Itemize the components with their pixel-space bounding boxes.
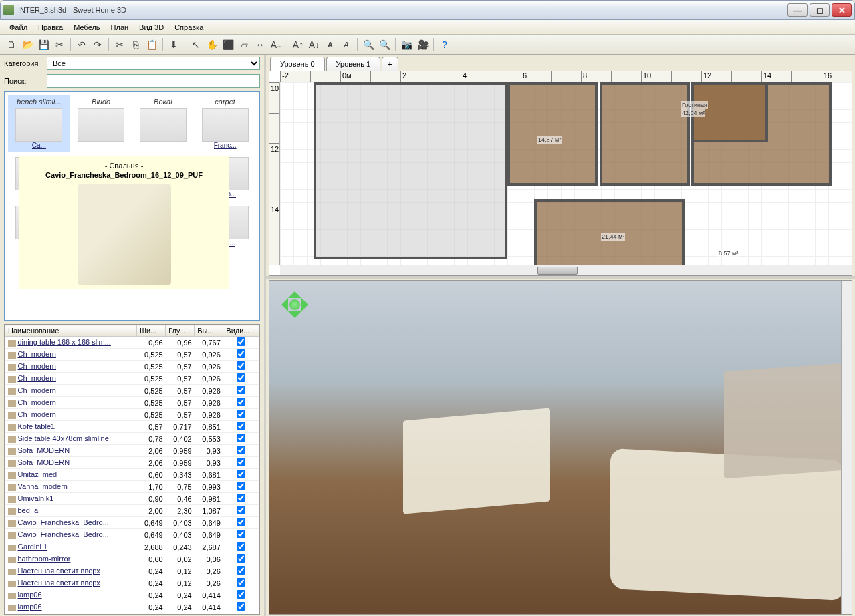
- open-icon[interactable]: 📂: [20, 37, 35, 52]
- text-smaller-icon[interactable]: A↓: [307, 37, 322, 52]
- table-row[interactable]: dining table 166 x 166 slim...0,960,960,…: [5, 337, 259, 349]
- table-row[interactable]: Cavio_Francheska_Bedro...0,6490,4030,649: [5, 517, 259, 529]
- table-row[interactable]: Ch_modern0,5250,570,926: [5, 409, 259, 421]
- col-header[interactable]: Ши...: [137, 325, 166, 337]
- visible-checkbox[interactable]: [237, 506, 245, 514]
- table-row[interactable]: Umivalnik10,900,460,981: [5, 493, 259, 505]
- nav-left-icon[interactable]: [275, 298, 288, 311]
- add-furniture-icon[interactable]: ⬇: [166, 37, 181, 52]
- undo-icon[interactable]: ↶: [74, 37, 89, 52]
- col-header[interactable]: Глу...: [166, 325, 195, 337]
- table-row[interactable]: bed_a2,002,301,087: [5, 505, 259, 517]
- visible-checkbox[interactable]: [237, 398, 245, 406]
- redo-icon[interactable]: ↷: [90, 37, 105, 52]
- help-icon[interactable]: ?: [437, 37, 452, 52]
- plan-hscrollbar[interactable]: [280, 265, 852, 275]
- visible-checkbox[interactable]: [237, 361, 245, 370]
- table-row[interactable]: Vanna_modern1,700,750,993: [5, 481, 259, 493]
- menu-Вид 3D[interactable]: Вид 3D: [134, 21, 169, 33]
- menu-Мебель[interactable]: Мебель: [68, 21, 105, 33]
- paste-icon[interactable]: 📋: [144, 37, 159, 52]
- table-row[interactable]: Cavio_Francheska_Bedro...0,6490,4030,649: [5, 529, 259, 541]
- visible-checkbox[interactable]: [237, 349, 245, 358]
- table-row[interactable]: Side table 40x78cm slimline0,780,4020,55…: [5, 433, 259, 445]
- text-icon[interactable]: A₊: [269, 37, 283, 52]
- italic-icon[interactable]: A: [339, 37, 354, 52]
- maximize-button[interactable]: ◻: [810, 3, 830, 17]
- bold-icon[interactable]: A: [323, 37, 338, 52]
- table-row[interactable]: Sofa_MODERN2,060,9590,93: [5, 445, 259, 457]
- visible-checkbox[interactable]: [237, 602, 245, 611]
- visible-checkbox[interactable]: [237, 422, 245, 430]
- visible-checkbox[interactable]: [237, 590, 245, 599]
- room-icon[interactable]: ▱: [237, 37, 251, 52]
- close-button[interactable]: ✕: [832, 3, 852, 17]
- table-row[interactable]: Настенная светит вверх0,240,120,26: [5, 577, 259, 589]
- photo-icon[interactable]: 📷: [399, 37, 414, 52]
- table-row[interactable]: Ch_modern0,5250,570,926: [5, 349, 259, 361]
- nav-widget[interactable]: [275, 285, 315, 325]
- visible-checkbox[interactable]: [237, 386, 245, 394]
- level-tab[interactable]: Уровень 0: [270, 57, 325, 71]
- wall-icon[interactable]: ⬛: [221, 37, 235, 52]
- menu-Файл[interactable]: Файл: [4, 21, 33, 33]
- level-tab[interactable]: Уровень 1: [326, 57, 381, 71]
- visible-checkbox[interactable]: [237, 578, 245, 587]
- table-row[interactable]: Unitaz_med0,600,3430,681: [5, 469, 259, 481]
- visible-checkbox[interactable]: [237, 337, 245, 346]
- category-select[interactable]: Все: [47, 57, 260, 70]
- visible-checkbox[interactable]: [237, 542, 245, 551]
- dimension-icon[interactable]: ↔: [253, 37, 267, 52]
- text-bigger-icon[interactable]: A↑: [291, 37, 306, 52]
- table-row[interactable]: Sofa_MODERN2,060,9590,93: [5, 457, 259, 469]
- catalog-item[interactable]: carpetFranc...: [194, 95, 256, 152]
- visible-checkbox[interactable]: [237, 458, 245, 466]
- visible-checkbox[interactable]: [237, 434, 245, 442]
- save-icon[interactable]: 💾: [36, 37, 51, 52]
- zoom-in-icon[interactable]: 🔍: [361, 37, 376, 52]
- nav-right-icon[interactable]: [301, 298, 315, 311]
- furniture-table[interactable]: НаименованиеШи...Глу...Вы...Види... dini…: [4, 324, 260, 615]
- plan-view[interactable]: -20м246810121416 101214 14,87 м²Гостиная…: [269, 71, 852, 276]
- minimize-button[interactable]: —: [787, 3, 808, 17]
- video-icon[interactable]: 🎥: [415, 37, 430, 52]
- col-header[interactable]: Вы...: [195, 325, 223, 337]
- add-level-button[interactable]: +: [382, 57, 398, 71]
- visible-checkbox[interactable]: [237, 373, 245, 382]
- table-row[interactable]: Ch_modern0,5250,570,926: [5, 373, 259, 385]
- table-row[interactable]: Ch_modern0,5250,570,926: [5, 385, 259, 397]
- menu-Правка[interactable]: Правка: [33, 21, 68, 33]
- catalog-item[interactable]: bench slimli...Ca...: [8, 95, 70, 152]
- menu-План[interactable]: План: [106, 21, 134, 33]
- table-row[interactable]: Настенная светит вверх0,240,120,26: [5, 565, 259, 577]
- table-row[interactable]: Gardini 12,6880,2432,687: [5, 541, 259, 553]
- new-icon[interactable]: 🗋: [4, 37, 19, 52]
- catalog-item[interactable]: Bludo: [70, 95, 132, 152]
- select-icon[interactable]: ↖: [189, 37, 203, 52]
- col-header[interactable]: Наименование: [5, 325, 137, 337]
- visible-checkbox[interactable]: [237, 446, 245, 454]
- table-row[interactable]: lamp060,240,240,414: [5, 589, 259, 601]
- table-row[interactable]: Ch_modern0,5250,570,926: [5, 397, 259, 409]
- table-row[interactable]: bathroom-mirror0,600,020,06: [5, 553, 259, 565]
- cut-icon[interactable]: ✂: [112, 37, 127, 52]
- view-3d[interactable]: [269, 280, 852, 615]
- visible-checkbox[interactable]: [237, 494, 245, 502]
- floor-plan-canvas[interactable]: 14,87 м²Гостиная42,04 м²21,44 м²8,57 м²: [280, 82, 852, 265]
- prefs-icon[interactable]: ✂: [52, 37, 67, 52]
- col-header[interactable]: Види...: [223, 325, 259, 337]
- table-row[interactable]: Ch_modern0,5250,570,926: [5, 361, 259, 373]
- zoom-out-icon[interactable]: 🔍: [377, 37, 392, 52]
- pan-icon[interactable]: ✋: [205, 37, 219, 52]
- copy-icon[interactable]: ⎘: [128, 37, 143, 52]
- visible-checkbox[interactable]: [237, 482, 245, 490]
- visible-checkbox[interactable]: [237, 470, 245, 478]
- table-row[interactable]: lamp060,240,240,414: [5, 601, 259, 613]
- visible-checkbox[interactable]: [237, 554, 245, 563]
- nav-down-icon[interactable]: [288, 311, 301, 325]
- nav-center-icon[interactable]: [289, 299, 300, 310]
- visible-checkbox[interactable]: [237, 566, 245, 575]
- menu-Справка[interactable]: Справка: [169, 21, 209, 33]
- table-row[interactable]: Kofe table10,570,7170,851: [5, 421, 259, 433]
- visible-checkbox[interactable]: [237, 410, 245, 418]
